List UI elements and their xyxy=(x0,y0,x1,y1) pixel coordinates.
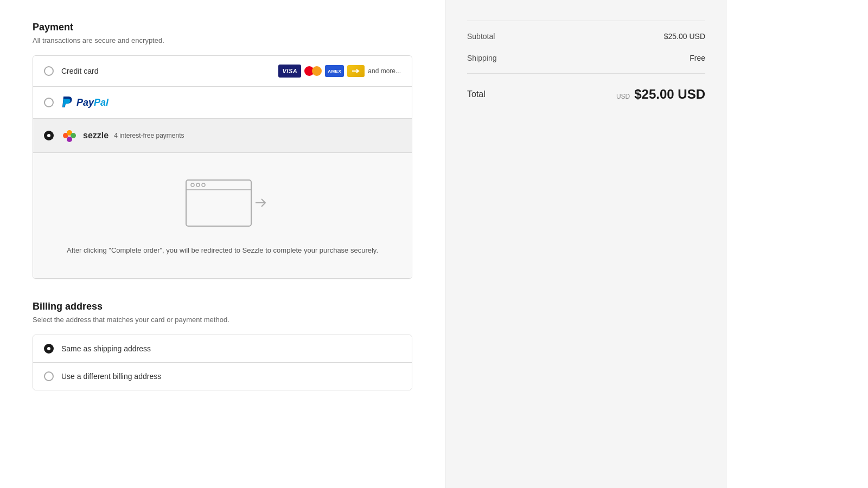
browser-redirect-icon xyxy=(175,175,270,234)
sezzle-brand-text: sezzle xyxy=(83,131,108,140)
different-billing-label: Use a different billing address xyxy=(61,372,161,381)
billing-options-group: Same as shipping address Use a different… xyxy=(33,335,412,390)
payment-option-paypal[interactable]: PayPal xyxy=(33,87,412,119)
paypal-text-pal: Pal xyxy=(94,97,108,108)
mid-divider xyxy=(467,73,705,74)
top-divider xyxy=(467,21,705,21)
billing-option-same-shipping[interactable]: Same as shipping address xyxy=(33,335,412,363)
total-amount: $25.00 USD xyxy=(634,87,705,102)
credit-card-label: Credit card xyxy=(61,67,98,75)
radio-same-shipping[interactable] xyxy=(44,344,54,354)
total-row: Total USD $25.00 USD xyxy=(467,78,705,111)
radio-sezzle[interactable] xyxy=(44,131,54,140)
billing-subtitle: Select the address that matches your car… xyxy=(33,316,412,324)
svg-point-7 xyxy=(191,183,194,187)
radio-paypal[interactable] xyxy=(44,98,54,107)
radio-different-billing[interactable] xyxy=(44,371,54,381)
billing-title: Billing address xyxy=(33,301,412,312)
svg-point-4 xyxy=(67,137,72,142)
svg-point-9 xyxy=(202,183,205,187)
subtotal-value: $25.00 USD xyxy=(664,32,705,41)
payment-option-sezzle[interactable]: sezzle 4 interest-free payments xyxy=(33,119,412,153)
card-logos: VISA AMEX and more... xyxy=(278,65,401,78)
sezzle-expanded-content: After clicking "Complete order", you wil… xyxy=(33,153,412,279)
subtotal-row: Subtotal $25.00 USD xyxy=(467,25,705,47)
sezzle-flame-icon xyxy=(61,127,78,144)
billing-section: Billing address Select the address that … xyxy=(33,301,412,390)
shipping-row: Shipping Free xyxy=(467,47,705,69)
total-amount-wrap: USD $25.00 USD xyxy=(616,87,705,102)
sezzle-redirect-text: After clicking "Complete order", you wil… xyxy=(67,245,378,256)
order-summary-sidebar: Subtotal $25.00 USD Shipping Free Total … xyxy=(445,0,727,488)
svg-point-8 xyxy=(196,183,200,187)
paypal-logo: PayPal xyxy=(61,95,108,110)
subtotal-label: Subtotal xyxy=(467,32,495,41)
payment-options-group: Credit card VISA AMEX and more... xyxy=(33,55,412,279)
total-currency: USD xyxy=(616,93,630,100)
sezzle-area: sezzle 4 interest-free payments xyxy=(61,127,184,144)
generic-card-logo xyxy=(347,65,365,77)
total-label: Total xyxy=(467,89,486,99)
shipping-value: Free xyxy=(690,54,705,62)
payment-title: Payment xyxy=(33,22,412,33)
billing-option-different[interactable]: Use a different billing address xyxy=(33,363,412,390)
radio-credit-card[interactable] xyxy=(44,66,54,76)
shipping-label: Shipping xyxy=(467,54,497,62)
paypal-text-p: Pay xyxy=(76,97,94,108)
same-shipping-label: Same as shipping address xyxy=(61,344,151,353)
payment-option-credit-card[interactable]: Credit card VISA AMEX and more... xyxy=(33,56,412,87)
svg-rect-5 xyxy=(186,180,251,226)
and-more-text: and more... xyxy=(368,67,401,75)
amex-logo: AMEX xyxy=(325,65,344,77)
visa-logo: VISA xyxy=(278,65,301,78)
sezzle-tagline: 4 interest-free payments xyxy=(114,132,184,139)
payment-subtitle: All transactions are secure and encrypte… xyxy=(33,36,412,44)
mastercard-logo xyxy=(304,65,322,77)
